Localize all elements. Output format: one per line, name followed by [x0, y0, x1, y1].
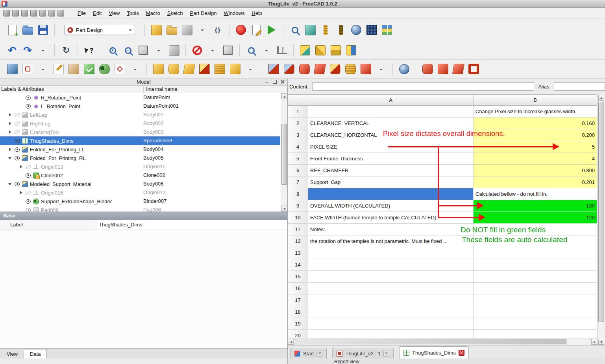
- expand-arrow-icon[interactable]: [8, 147, 13, 152]
- edit-sketch-button[interactable]: [52, 62, 65, 76]
- row-header[interactable]: 8: [288, 188, 308, 200]
- draw-style-button[interactable]: [191, 43, 204, 57]
- row-header[interactable]: 19: [288, 318, 308, 330]
- menu-sketch[interactable]: Sketch: [164, 8, 187, 18]
- zoom-out-button[interactable]: −: [121, 43, 135, 57]
- top-view-button[interactable]: [329, 43, 342, 57]
- fastener-screw-button[interactable]: [334, 23, 348, 37]
- cell-b3[interactable]: 0.200: [474, 129, 597, 141]
- zoom-tools-button[interactable]: [244, 43, 258, 57]
- create-sketch-button[interactable]: [21, 62, 34, 76]
- expand-arrow-icon[interactable]: [8, 130, 13, 135]
- tree-item-l-rotation-point[interactable]: L_Rotation_Point DatumPoint001: [0, 102, 280, 110]
- mdi-tab-thuglife-v2[interactable]: ThugLife_v2 : 1: [332, 348, 394, 358]
- tree-item-rightleg[interactable]: RightLeg Body002: [0, 119, 280, 128]
- row-header[interactable]: 9: [288, 200, 308, 212]
- scroll-down-icon[interactable]: [598, 339, 604, 345]
- create-body-button[interactable]: [6, 62, 19, 76]
- collapse-arrow-icon[interactable]: [8, 182, 13, 187]
- expand-arrow-icon[interactable]: [19, 164, 24, 169]
- window-list-icon[interactable]: [3, 10, 10, 17]
- close-icon[interactable]: [316, 351, 322, 357]
- zoom-tools-dropdown-button[interactable]: [260, 43, 273, 57]
- window-list-icon[interactable]: [21, 10, 28, 17]
- datum-dropdown-button[interactable]: [128, 62, 142, 76]
- save-button[interactable]: [36, 23, 50, 37]
- cell-a17[interactable]: [308, 294, 474, 306]
- menu-macro[interactable]: Macro: [142, 8, 164, 18]
- measure-button[interactable]: [275, 43, 289, 57]
- tab-view[interactable]: View: [1, 349, 24, 358]
- row-header[interactable]: 13: [288, 247, 308, 259]
- axonometric-view-button[interactable]: [298, 43, 312, 57]
- cell-b13[interactable]: [474, 247, 597, 259]
- subtractive-primitive-button[interactable]: [359, 62, 372, 76]
- spreadsheet-button[interactable]: [380, 23, 394, 37]
- thickness-button[interactable]: [467, 62, 480, 76]
- tree-item-r-rotation-point[interactable]: R_Rotation_Point DatumPoint: [0, 93, 280, 102]
- window-list-icon[interactable]: [57, 10, 64, 17]
- visibility-eye-icon[interactable]: [25, 95, 31, 100]
- create-part-button[interactable]: [150, 23, 163, 37]
- cell-a8-selected[interactable]: [308, 188, 474, 200]
- row-header[interactable]: 3: [288, 129, 308, 141]
- tab-data[interactable]: Data: [24, 349, 47, 358]
- new-document-button[interactable]: [6, 23, 19, 37]
- redo-button[interactable]: ↷: [21, 43, 34, 57]
- cell-a7[interactable]: Support_Gap: [308, 176, 474, 188]
- expand-arrow-icon[interactable]: [19, 190, 24, 195]
- panel-minimize-icon[interactable]: [265, 79, 269, 84]
- workbench-selector[interactable]: Part Design: [64, 25, 135, 35]
- cell-a13[interactable]: [308, 247, 474, 259]
- expand-arrow-icon[interactable]: [8, 112, 13, 118]
- expressions-button[interactable]: {}: [211, 23, 224, 37]
- subtractive-helix-button[interactable]: [344, 62, 357, 76]
- column-header-a[interactable]: A: [308, 95, 474, 106]
- cell-a20[interactable]: [308, 330, 474, 338]
- menu-help[interactable]: Help: [248, 8, 266, 18]
- hole-button[interactable]: [282, 62, 296, 76]
- cell-b18[interactable]: [474, 306, 597, 318]
- tree-item-pad006[interactable]: Pad006 Pad006: [0, 206, 280, 211]
- cell-b8[interactable]: Calculated bellow - do not fill in.: [474, 188, 597, 200]
- menu-part-design[interactable]: Part Design: [187, 8, 220, 18]
- mdi-tab-thugshades-dims[interactable]: ThugShades_Dims: [399, 346, 469, 358]
- property-row-label[interactable]: Label ThugShades_Dims: [0, 220, 287, 230]
- fit-all-dropdown-button[interactable]: [152, 43, 165, 57]
- scroll-down-icon[interactable]: [281, 206, 287, 211]
- tree-item-folded-for-printing-rl[interactable]: Folded_For_Printing_RL Body005: [0, 154, 280, 162]
- window-list-icon[interactable]: [48, 10, 55, 17]
- tree-item-origin016[interactable]: Origin016 Origin012: [0, 188, 280, 197]
- tree-item-clone002[interactable]: Clone002 Clone002: [0, 171, 280, 180]
- mdi-tab-start[interactable]: Start: [290, 348, 327, 358]
- row-header[interactable]: 12: [288, 235, 308, 247]
- scroll-right-icon[interactable]: [591, 339, 597, 345]
- shape-binder-button[interactable]: [98, 62, 111, 76]
- cell-a2[interactable]: CLEARANCE_VERTICAL: [308, 118, 474, 129]
- row-header[interactable]: 11: [288, 224, 308, 235]
- datum-button[interactable]: [113, 62, 126, 76]
- cell-b20[interactable]: [474, 330, 597, 338]
- boolean-button[interactable]: [398, 62, 411, 76]
- cell-a6[interactable]: REF_CHAMFER: [308, 165, 474, 176]
- fastener-bolt-button[interactable]: [319, 23, 332, 37]
- cell-b19[interactable]: [474, 318, 597, 330]
- scroll-up-icon[interactable]: [281, 93, 287, 99]
- refresh-button[interactable]: ↻: [59, 43, 73, 57]
- scrollbar-thumb[interactable]: [295, 339, 566, 344]
- cell-a3[interactable]: CLEARANCE_HORIZONTAL: [308, 129, 474, 141]
- tree-item-origin013[interactable]: Origin013 Origin010: [0, 162, 280, 171]
- subtractive-primitive-dropdown-button[interactable]: [374, 62, 388, 76]
- visibility-eye-icon[interactable]: [25, 104, 31, 109]
- window-list-icon[interactable]: [30, 10, 37, 17]
- row-header[interactable]: 1: [288, 106, 308, 118]
- visibility-eye-icon[interactable]: [25, 208, 31, 212]
- row-header[interactable]: 6: [288, 165, 308, 176]
- cell-a1[interactable]: [308, 106, 474, 118]
- cell-b1[interactable]: Change Pixel size to increase glasses wi…: [474, 106, 597, 118]
- expand-arrow-icon[interactable]: [8, 121, 13, 126]
- row-header[interactable]: 20: [288, 330, 308, 338]
- revolution-button[interactable]: [167, 62, 180, 76]
- cell-a9[interactable]: OVERALL WIDTH (CALCULATED): [308, 200, 474, 212]
- tree-item-folded-for-printing-ll[interactable]: Folded_For_Printing_LL Body004: [0, 145, 280, 154]
